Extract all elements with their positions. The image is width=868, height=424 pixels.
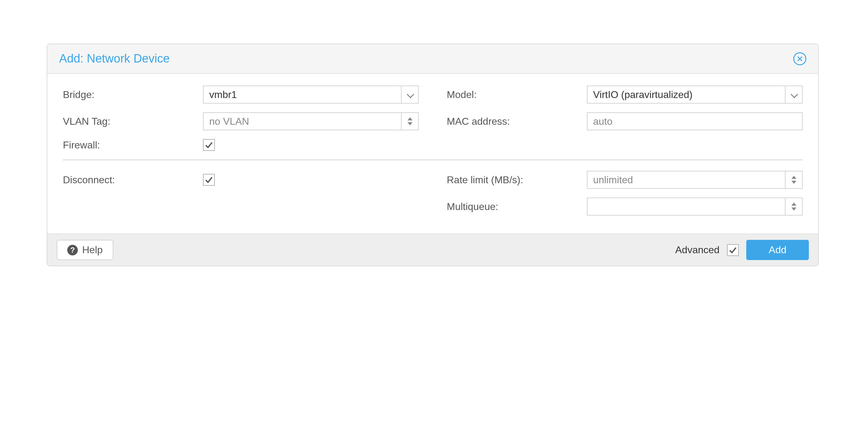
spinner-arrows-icon [792, 202, 796, 210]
vlan-label: VLAN Tag: [63, 116, 203, 127]
spinner-arrows-icon [792, 176, 796, 184]
dialog-title: Add: Network Device [59, 52, 170, 65]
add-button-label: Add [769, 244, 786, 256]
bridge-dropdown-trigger[interactable] [401, 86, 418, 103]
multiqueue-label: Multiqueue: [447, 201, 587, 213]
add-network-device-dialog: Add: Network Device Bridge: [47, 43, 819, 266]
bridge-label: Bridge: [63, 89, 203, 100]
close-icon [797, 56, 803, 62]
mac-label: MAC address: [447, 116, 587, 127]
bridge-input[interactable] [209, 89, 412, 100]
model-label: Model: [447, 89, 587, 100]
rate-spinner-trigger[interactable] [785, 171, 802, 188]
help-button-label: Help [82, 244, 103, 256]
help-icon: ? [67, 245, 78, 255]
model-combobox[interactable] [587, 86, 803, 104]
advanced-label: Advanced [675, 244, 719, 256]
firewall-checkbox[interactable] [203, 139, 215, 151]
multiqueue-spinner[interactable] [587, 198, 803, 216]
dialog-header: Add: Network Device [47, 44, 818, 74]
firewall-label: Firewall: [63, 139, 203, 151]
checkmark-icon [729, 246, 737, 254]
checkmark-icon [205, 141, 213, 149]
model-dropdown-trigger[interactable] [785, 86, 802, 103]
bridge-combobox[interactable] [203, 86, 419, 104]
add-button[interactable]: Add [746, 240, 809, 260]
dialog-footer: ? Help Advanced Add [47, 234, 818, 266]
help-button[interactable]: ? Help [57, 240, 113, 260]
advanced-checkbox[interactable] [727, 244, 739, 256]
close-button[interactable] [793, 52, 806, 65]
mac-field[interactable] [587, 112, 803, 130]
vlan-spinner-trigger[interactable] [401, 113, 418, 130]
vlan-spinner[interactable] [203, 112, 419, 130]
model-input[interactable] [593, 89, 796, 100]
spinner-arrows-icon [407, 117, 412, 125]
multiqueue-spinner-trigger[interactable] [785, 198, 802, 215]
chevron-down-icon [791, 93, 797, 96]
rate-spinner[interactable] [587, 171, 803, 189]
checkmark-icon [205, 176, 213, 184]
vlan-input[interactable] [209, 116, 412, 127]
disconnect-label: Disconnect: [63, 174, 203, 186]
disconnect-checkbox[interactable] [203, 174, 215, 186]
multiqueue-input[interactable] [593, 201, 796, 213]
rate-label: Rate limit (MB/s): [447, 174, 587, 186]
chevron-down-icon [407, 93, 413, 96]
separator [63, 160, 803, 160]
rate-input[interactable] [593, 174, 796, 186]
dialog-body: Bridge: Model: [47, 74, 818, 234]
mac-input[interactable] [593, 116, 796, 127]
